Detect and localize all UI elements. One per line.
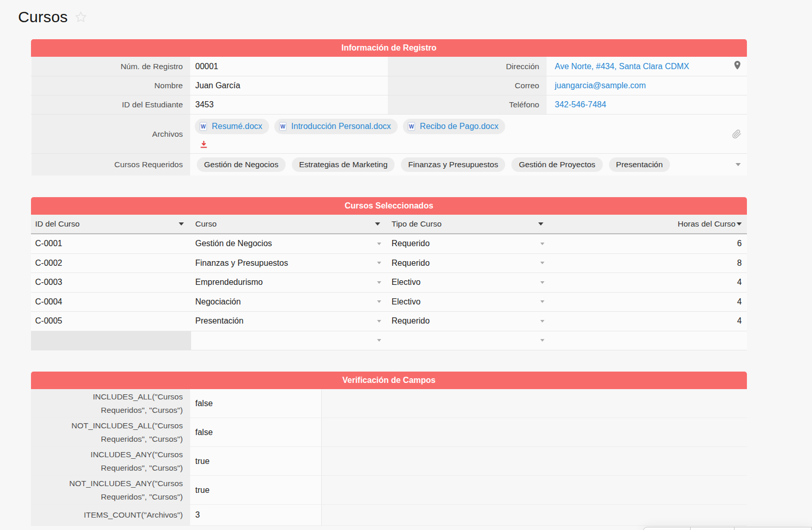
dropdown-caret-icon[interactable] xyxy=(540,243,544,245)
field-label-nombre: Nombre xyxy=(31,76,191,95)
cell-id-curso: C-0002 xyxy=(31,254,191,273)
column-header-horas-curso[interactable]: Horas del Curso xyxy=(551,215,747,233)
cell-tipo-curso-empty xyxy=(387,331,551,350)
column-header-curso[interactable]: Curso xyxy=(191,215,387,233)
formula-label: NOT_INCLUDES_ANY("Cursos Requeridos", "C… xyxy=(31,476,191,504)
formula-label: ITEMS_COUNT("Archivos") xyxy=(31,505,191,525)
cell-curso-empty xyxy=(191,331,387,350)
archivos-value-area: W Resumé.docx W Introducción Personal.do… xyxy=(191,115,726,153)
telefono-link[interactable]: 342-546-7484 xyxy=(555,100,606,109)
verification-row: INCLUDES_ALL("Cursos Requeridos", "Curso… xyxy=(31,389,747,418)
info-row-archivos: Archivos W Resumé.docx W Introducción Pe… xyxy=(31,115,747,154)
field-label-num-registro: Núm. de Registro xyxy=(31,57,191,76)
table-row: C-0002 Finanzas y Presupuestos Requerido… xyxy=(31,254,747,274)
column-header-id-curso[interactable]: ID del Curso xyxy=(31,215,191,233)
table-row-empty xyxy=(31,331,747,351)
formula-value: false xyxy=(191,418,322,446)
sort-caret-icon xyxy=(538,222,543,226)
dropdown-caret-icon[interactable] xyxy=(377,339,381,342)
page-title: Cursos xyxy=(18,8,68,26)
word-doc-icon: W xyxy=(279,122,287,131)
widget-divider xyxy=(734,527,735,530)
file-chip[interactable]: W Introducción Personal.docx xyxy=(274,119,398,134)
field-value-num-registro: 00001 xyxy=(191,57,387,76)
paperclip-icon[interactable] xyxy=(726,115,747,153)
cell-horas-curso: 4 xyxy=(551,293,747,312)
cell-id-curso-empty[interactable] xyxy=(31,331,191,350)
location-pin-icon[interactable] xyxy=(734,61,741,72)
file-link[interactable]: Resumé.docx xyxy=(212,122,262,131)
dropdown-caret-icon[interactable] xyxy=(540,300,544,303)
favorite-star-icon[interactable] xyxy=(74,10,88,24)
table-header-row: ID del Curso Curso Tipo de Curso Horas d… xyxy=(31,215,747,234)
field-label-archivos: Archivos xyxy=(31,115,191,153)
formula-value: true xyxy=(191,476,322,504)
svg-text:W: W xyxy=(409,124,414,130)
sort-caret-icon xyxy=(179,222,184,226)
cell-horas-curso: 8 xyxy=(551,254,747,273)
dropdown-caret-icon[interactable] xyxy=(377,262,381,264)
table-row: C-0001 Gestión de Negocios Requerido 6 xyxy=(31,234,747,254)
cell-tipo-curso: Electivo xyxy=(387,293,551,312)
chevron-down-icon xyxy=(736,163,741,166)
page-header: Cursos xyxy=(18,8,88,26)
sort-caret-icon xyxy=(737,222,742,226)
formula-label: INCLUDES_ALL("Cursos Requeridos", "Curso… xyxy=(31,389,191,417)
download-icon[interactable] xyxy=(200,141,726,150)
section-header-cursos: Cursos Seleccionados xyxy=(31,197,747,215)
section-cursos-seleccionados: Cursos Seleccionados ID del Curso Curso … xyxy=(31,197,747,350)
formula-label: NOT_INCLUDES_ALL("Cursos Requeridos", "C… xyxy=(31,418,191,446)
dropdown-caret-icon[interactable] xyxy=(377,300,381,303)
field-value-correo: juangarcia@sample.com xyxy=(548,76,747,95)
dropdown-caret-icon[interactable] xyxy=(377,281,381,284)
file-chip[interactable]: W Resumé.docx xyxy=(195,119,269,134)
course-chip: Gestión de Proyectos xyxy=(511,157,602,172)
cell-horas-curso-empty xyxy=(551,331,747,350)
info-row-cursos-requeridos: Cursos Requeridos Gestión de Negocios Es… xyxy=(31,154,747,175)
dropdown-caret-icon[interactable] xyxy=(377,243,381,245)
cell-id-curso: C-0005 xyxy=(31,312,191,331)
dropdown-caret-icon[interactable] xyxy=(377,320,381,323)
widget-divider xyxy=(690,527,691,530)
section-header-verificacion: Verificación de Campos xyxy=(31,372,747,389)
formula-value: true xyxy=(191,447,322,475)
info-row: Núm. de Registro 00001 Dirección Ave Nor… xyxy=(31,57,747,76)
verification-row: ITEMS_COUNT("Archivos") 3 xyxy=(31,505,747,526)
cell-curso: Gestión de Negocios xyxy=(191,234,387,253)
cursos-requeridos-chips: Gestión de Negocios Estrategias de Marke… xyxy=(191,154,729,175)
dropdown-caret-icon[interactable] xyxy=(540,320,544,323)
course-chip: Gestión de Negocios xyxy=(197,157,286,172)
section-verificacion-campos: Verificación de Campos INCLUDES_ALL("Cur… xyxy=(31,372,747,526)
field-value-telefono: 342-546-7484 xyxy=(548,95,747,114)
dropdown-caret-icon[interactable] xyxy=(540,281,544,284)
file-link[interactable]: Recibo de Pago.docx xyxy=(420,122,498,131)
cell-tipo-curso: Requerido xyxy=(387,234,551,253)
cell-id-curso: C-0004 xyxy=(31,293,191,312)
cell-horas-curso: 4 xyxy=(551,312,747,331)
section-header-registro: Información de Registro xyxy=(31,39,747,57)
file-chip[interactable]: W Recibo de Pago.docx xyxy=(403,119,505,134)
course-chip: Estrategias de Marketing xyxy=(292,157,395,172)
cursos-requeridos-dropdown[interactable] xyxy=(729,154,747,175)
dropdown-caret-icon[interactable] xyxy=(540,262,544,264)
column-header-tipo-curso[interactable]: Tipo de Curso xyxy=(387,215,551,233)
cell-curso: Presentación xyxy=(191,312,387,331)
cell-tipo-curso: Requerido xyxy=(387,312,551,331)
dropdown-caret-icon[interactable] xyxy=(540,339,544,342)
cell-id-curso: C-0001 xyxy=(31,234,191,253)
corner-floating-widget[interactable] xyxy=(643,527,812,530)
file-link[interactable]: Introducción Personal.docx xyxy=(291,122,391,131)
word-doc-icon: W xyxy=(408,122,416,131)
cell-id-curso: C-0003 xyxy=(31,273,191,292)
field-label-telefono: Teléfono xyxy=(387,95,548,114)
cell-curso: Emprendedurismo xyxy=(191,273,387,292)
verification-row: NOT_INCLUDES_ALL("Cursos Requeridos", "C… xyxy=(31,418,747,447)
field-label-id-estudiante: ID del Estudiante xyxy=(31,95,191,114)
info-row: Nombre Juan García Correo juangarcia@sam… xyxy=(31,76,747,95)
direccion-link[interactable]: Ave Norte, #434, Santa Clara CDMX xyxy=(555,62,689,71)
file-chip-row: W Resumé.docx W Introducción Personal.do… xyxy=(195,119,726,134)
field-value-direccion: Ave Norte, #434, Santa Clara CDMX xyxy=(548,57,747,76)
correo-link[interactable]: juangarcia@sample.com xyxy=(555,81,646,90)
course-chip: Finanzas y Presupuestos xyxy=(401,157,505,172)
course-chip: Presentación xyxy=(609,157,670,172)
